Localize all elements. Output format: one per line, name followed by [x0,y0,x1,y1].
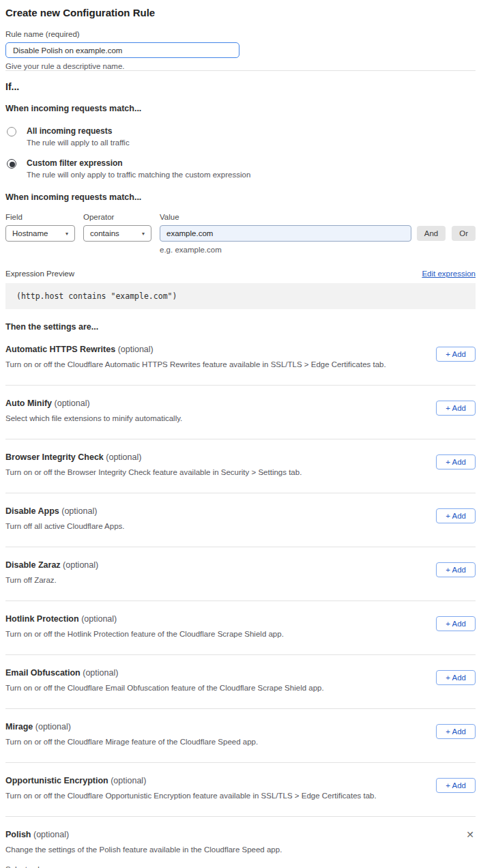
incoming-requests-radio-group: All incoming requests The rule will appl… [5,126,476,179]
expression-builder-row: Field Hostname ▾ Operator contains ▾ Val… [5,213,476,254]
optional-tag: (optional) [118,345,154,354]
field-column: Field Hostname ▾ [5,213,75,242]
radio-description: The rule will only apply to traffic matc… [27,171,250,179]
optional-tag: (optional) [35,722,71,732]
add-auto-minify-button[interactable]: + Add [436,401,476,416]
expression-preview-code: (http.host contains "example.com") [5,283,476,309]
setting-description: Select which file extensions to minify a… [5,414,182,422]
value-input[interactable] [160,225,411,242]
setting-name: Automatic HTTPS Rewrites [5,345,115,354]
setting-name: Mirage [5,722,33,732]
expression-preview-label: Expression Preview [5,270,74,278]
optional-tag: (optional) [81,614,117,624]
add-opportunistic-encryption-button[interactable]: + Add [436,778,476,793]
setting-name: Disable Zaraz [5,560,61,570]
optional-tag: (optional) [55,399,90,408]
setting-description: Turn off Zaraz. [5,576,98,584]
setting-row-browser-integrity-check: Browser Integrity Check (optional) Turn … [5,439,476,493]
optional-tag: (optional) [63,560,98,570]
setting-name: Disable Apps [5,506,59,516]
then-settings-heading: Then the settings are... [5,322,476,332]
setting-info: Disable Apps (optional) Turn off all act… [5,506,125,530]
radio-custom-filter-expression[interactable]: Custom filter expression The rule will o… [5,158,476,179]
rule-name-helper: Give your rule a descriptive name. [5,62,476,70]
polish-select-group: Select value Off ▾ [5,865,476,868]
setting-row-email-obfuscation: Email Obfuscation (optional) Turn on or … [5,655,476,709]
setting-description: Turn off all active Cloudflare Apps. [5,522,125,530]
optional-tag: (optional) [106,452,141,462]
setting-row-disable-zaraz: Disable Zaraz (optional) Turn off Zaraz.… [5,547,476,601]
setting-row-mirage: Mirage (optional) Turn on or off the Clo… [5,709,476,763]
setting-description: Turn on or off the Cloudflare Email Obfu… [5,684,324,692]
setting-name: Opportunistic Encryption [5,776,108,785]
setting-info: Browser Integrity Check (optional) Turn … [5,452,302,476]
close-icon[interactable]: ✕ [465,830,476,839]
setting-row-auto-minify: Auto Minify (optional) Select which file… [5,386,476,439]
setting-row-polish: Polish (optional) ✕ Change the settings … [5,817,476,868]
expression-preview-header: Expression Preview Edit expression [5,270,476,278]
divider [5,70,476,71]
add-email-obfuscation-button[interactable]: + Add [436,670,476,685]
operator-label: Operator [83,213,151,221]
value-helper: e.g. example.com [160,246,411,254]
field-label: Field [5,213,75,221]
operator-select-value: contains [90,229,119,237]
value-column: Value e.g. example.com [160,213,411,254]
setting-description: Turn on or off the Cloudflare Mirage fea… [5,738,258,746]
chevron-down-icon: ▾ [65,231,68,237]
match-heading: When incoming requests match... [5,104,476,113]
setting-name: Polish [5,830,31,839]
radio-label: All incoming requests [27,126,130,136]
operator-select[interactable]: contains ▾ [83,225,151,242]
setting-info: Auto Minify (optional) Select which file… [5,399,182,422]
optional-tag: (optional) [111,776,146,785]
radio-icon[interactable] [7,127,16,136]
setting-row-hotlink-protection: Hotlink Protection (optional) Turn on or… [5,601,476,655]
optional-tag: (optional) [83,668,118,678]
setting-name: Browser Integrity Check [5,452,104,462]
conjunction-buttons: And Or [417,213,476,241]
setting-name: Hotlink Protection [5,614,79,624]
radio-icon[interactable] [7,159,16,169]
polish-header: Polish (optional) ✕ [5,830,476,839]
radio-label: Custom filter expression [27,158,250,168]
setting-row-automatic-https-rewrites: Automatic HTTPS Rewrites (optional) Turn… [5,332,476,386]
operator-column: Operator contains ▾ [83,213,151,242]
optional-tag: (optional) [33,830,69,839]
setting-info: Mirage (optional) Turn on or off the Clo… [5,722,258,746]
setting-description: Change the settings of the Polish featur… [5,845,476,854]
setting-info: Disable Zaraz (optional) Turn off Zaraz. [5,560,98,584]
setting-description: Turn on or off the Hotlink Protection fe… [5,630,284,638]
add-browser-integrity-check-button[interactable]: + Add [436,454,476,469]
setting-info: Automatic HTTPS Rewrites (optional) Turn… [5,345,386,368]
page-title: Create new Configuration Rule [5,7,476,18]
setting-info: Opportunistic Encryption (optional) Turn… [5,776,377,800]
add-hotlink-protection-button[interactable]: + Add [436,616,476,631]
radio-all-incoming-requests[interactable]: All incoming requests The rule will appl… [5,126,476,147]
setting-row-opportunistic-encryption: Opportunistic Encryption (optional) Turn… [5,763,476,817]
setting-description: Turn on or off the Cloudflare Opportunis… [5,792,377,800]
value-label: Value [160,213,411,221]
polish-select-label: Select value [5,865,476,868]
setting-name: Auto Minify [5,399,52,408]
edit-expression-link[interactable]: Edit expression [422,270,476,278]
chevron-down-icon: ▾ [142,231,145,237]
add-automatic-https-rewrites-button[interactable]: + Add [436,347,476,362]
rule-name-group: Rule name (required) Give your rule a de… [5,30,476,70]
add-mirage-button[interactable]: + Add [436,724,476,739]
setting-info: Email Obfuscation (optional) Turn on or … [5,668,324,692]
or-button[interactable]: Or [452,226,476,241]
rule-name-label: Rule name (required) [5,30,476,38]
expression-builder-heading: When incoming requests match... [5,192,476,202]
rule-name-input[interactable] [5,42,239,58]
add-disable-apps-button[interactable]: + Add [436,508,476,523]
radio-description: The rule will apply to all traffic [27,139,130,147]
field-select[interactable]: Hostname ▾ [5,225,75,242]
and-button[interactable]: And [417,226,446,241]
field-select-value: Hostname [12,229,48,237]
setting-description: Turn on or off the Cloudflare Automatic … [5,360,386,368]
setting-row-disable-apps: Disable Apps (optional) Turn off all act… [5,493,476,547]
setting-name: Email Obfuscation [5,668,81,678]
setting-description: Turn on or off the Browser Integrity Che… [5,468,302,476]
add-disable-zaraz-button[interactable]: + Add [436,562,476,577]
